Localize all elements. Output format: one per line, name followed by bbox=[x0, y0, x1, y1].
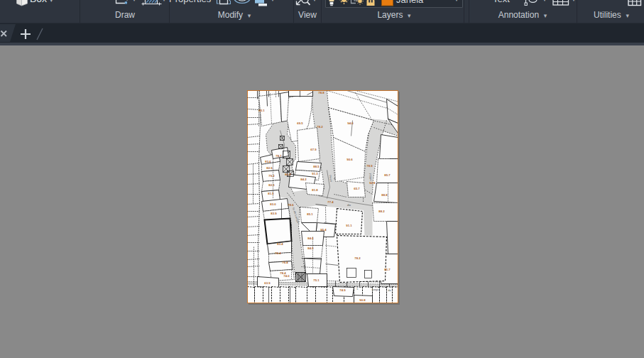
svg-text:91.3: 91.3 bbox=[312, 172, 318, 175]
svg-text:81.8: 81.8 bbox=[312, 188, 318, 192]
svg-text:81.7: 81.7 bbox=[384, 268, 391, 271]
svg-text:81.5: 81.5 bbox=[268, 192, 274, 195]
svg-text:95.4: 95.4 bbox=[320, 228, 327, 232]
svg-text:79.2: 79.2 bbox=[268, 174, 275, 178]
svg-text:82.5: 82.5 bbox=[268, 183, 275, 187]
svg-text:83.6: 83.6 bbox=[265, 160, 271, 163]
svg-text:91.1: 91.1 bbox=[346, 224, 352, 227]
svg-text:90.8: 90.8 bbox=[359, 298, 366, 302]
svg-text:78.4: 78.4 bbox=[275, 251, 281, 255]
svg-text:t.: t. bbox=[356, 288, 358, 291]
svg-text:65.7: 65.7 bbox=[354, 187, 360, 190]
svg-text:92.8: 92.8 bbox=[369, 181, 376, 185]
svg-text:88.8: 88.8 bbox=[381, 193, 388, 197]
svg-text:do: do bbox=[347, 203, 351, 207]
svg-text:do: do bbox=[388, 289, 391, 292]
svg-text:74.0: 74.0 bbox=[283, 274, 290, 278]
svg-text:90.6: 90.6 bbox=[346, 158, 353, 161]
svg-text:67.9: 67.9 bbox=[310, 148, 317, 151]
svg-text:82.9: 82.9 bbox=[266, 166, 273, 170]
svg-text:74.9: 74.9 bbox=[339, 288, 346, 292]
svg-text:78.2: 78.2 bbox=[317, 125, 323, 129]
svg-text:88.2: 88.2 bbox=[378, 210, 385, 213]
svg-text:84.0: 84.0 bbox=[307, 246, 314, 250]
svg-text:84.6: 84.6 bbox=[307, 237, 314, 240]
svg-text:78.8: 78.8 bbox=[318, 91, 324, 94]
svg-text:76.4: 76.4 bbox=[282, 261, 288, 264]
svg-text:84.2: 84.2 bbox=[300, 178, 307, 181]
svg-text:83.9: 83.9 bbox=[271, 212, 277, 215]
svg-text:88.5: 88.5 bbox=[313, 165, 320, 168]
svg-text:83.0: 83.0 bbox=[270, 202, 276, 206]
svg-text:78.9: 78.9 bbox=[366, 164, 373, 168]
svg-text:78.6: 78.6 bbox=[288, 203, 294, 207]
svg-text:83.4: 83.4 bbox=[277, 242, 283, 246]
svg-text:85.7: 85.7 bbox=[384, 173, 391, 177]
svg-text:78.2: 78.2 bbox=[354, 256, 361, 260]
svg-text:77.4: 77.4 bbox=[327, 200, 334, 204]
svg-text:75.1: 75.1 bbox=[313, 278, 320, 282]
svg-text:Largo: Largo bbox=[372, 288, 378, 291]
svg-text:78.7: 78.7 bbox=[275, 154, 282, 158]
svg-text:94.0: 94.0 bbox=[347, 121, 354, 125]
svg-text:83.1: 83.1 bbox=[258, 109, 265, 112]
svg-text:85.1: 85.1 bbox=[307, 212, 313, 216]
svg-text:80.2: 80.2 bbox=[285, 173, 291, 176]
svg-text:69.5: 69.5 bbox=[297, 121, 303, 125]
svg-text:63.9: 63.9 bbox=[264, 281, 271, 285]
